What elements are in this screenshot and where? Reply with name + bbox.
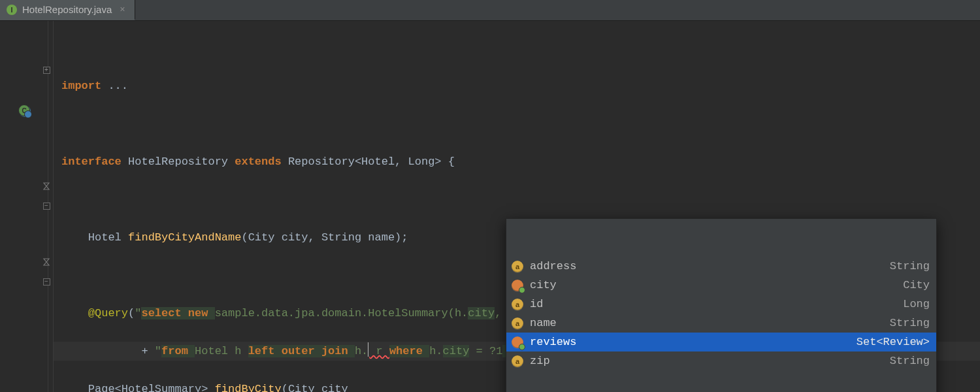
jpql-from: from <box>161 345 195 357</box>
completion-item-id[interactable]: aidLong <box>506 295 936 314</box>
completion-item-zip[interactable]: azipString <box>506 351 936 370</box>
override-icon[interactable] <box>41 180 52 192</box>
completion-item-address[interactable]: aaddressString <box>506 257 936 276</box>
interface-keyword: interface <box>61 155 128 168</box>
jpql-select: select new <box>141 307 214 319</box>
completion-item-reviews[interactable]: reviewsSet<Review> <box>506 333 936 351</box>
file-tab[interactable]: I HotelRepository.java × <box>0 0 135 20</box>
jpql-text: = ? <box>469 345 496 357</box>
jpql-field: city <box>468 307 495 319</box>
fold-expand-icon[interactable]: + <box>41 64 52 76</box>
completion-label: id <box>530 295 543 314</box>
completion-type: City <box>903 276 930 295</box>
jpql-text: sample.data.jpa.domain.HotelSummary(h. <box>215 307 468 319</box>
method-name: findByCity <box>215 383 282 392</box>
interface-name: HotelRepository <box>128 155 235 168</box>
method-name: findByCityAndName <box>128 231 241 244</box>
code-area[interactable]: import ... interface HotelRepository ext… <box>54 21 980 392</box>
jpql-param: 1 <box>496 345 502 357</box>
params: (City city <box>282 383 348 392</box>
jpql-text: h. <box>355 345 368 357</box>
annotation: @Query <box>88 307 128 319</box>
return-type: Page<HotelSummary> <box>88 383 215 392</box>
jpql-text: Hotel h <box>195 345 248 357</box>
completion-label: name <box>530 314 557 333</box>
editor[interactable]: C + − − import ... interface HotelReposi… <box>0 21 980 392</box>
attribute-icon: a <box>512 318 523 329</box>
import-keyword: import <box>61 80 108 92</box>
field-icon <box>512 336 523 348</box>
super-type: Repository<Hotel, Long> { <box>288 155 455 168</box>
completion-type: String <box>890 351 930 370</box>
gutter: C + − − <box>0 21 54 392</box>
class-gutter-icon: C <box>18 105 30 116</box>
completion-type: Set<Review> <box>857 333 930 351</box>
concat: + <box>141 345 154 357</box>
return-type: Hotel <box>88 231 128 244</box>
tab-bar: I HotelRepository.java × <box>0 0 980 21</box>
jpql-where: where <box>389 345 429 357</box>
completion-item-city[interactable]: cityCity <box>506 276 936 295</box>
completion-label: city <box>530 276 557 295</box>
completion-label: address <box>530 257 576 276</box>
override-icon[interactable] <box>41 256 52 268</box>
attribute-icon: a <box>512 355 523 367</box>
autocomplete-popup[interactable]: aaddressStringcityCityaidLonganameString… <box>506 218 937 392</box>
tab-filename: HotelRepository.java <box>22 4 112 15</box>
jpql-text: h. <box>429 345 442 357</box>
completion-item-name[interactable]: anameString <box>506 314 936 333</box>
completion-type: String <box>890 314 930 333</box>
attribute-icon: a <box>512 261 523 272</box>
paren: ( <box>128 307 135 319</box>
close-icon[interactable]: × <box>120 5 125 15</box>
completion-type: Long <box>903 295 930 314</box>
field-icon <box>512 280 523 291</box>
completion-type: String <box>890 257 930 276</box>
params: (City city, String name); <box>241 231 408 244</box>
ellipsis: ... <box>108 80 128 92</box>
completion-label: zip <box>530 351 550 370</box>
jpql-join: left outer join <box>248 345 355 357</box>
completion-label: reviews <box>530 333 576 351</box>
jpql-alias: r <box>369 345 389 357</box>
attribute-icon: a <box>512 299 523 310</box>
quote: " <box>135 307 141 319</box>
quote: " <box>155 345 161 357</box>
fold-collapse-icon[interactable]: − <box>41 276 52 287</box>
interface-icon: I <box>7 5 17 15</box>
jpql-field: city <box>443 345 470 357</box>
fold-collapse-icon[interactable]: − <box>41 200 52 212</box>
extends-keyword: extends <box>235 155 288 168</box>
